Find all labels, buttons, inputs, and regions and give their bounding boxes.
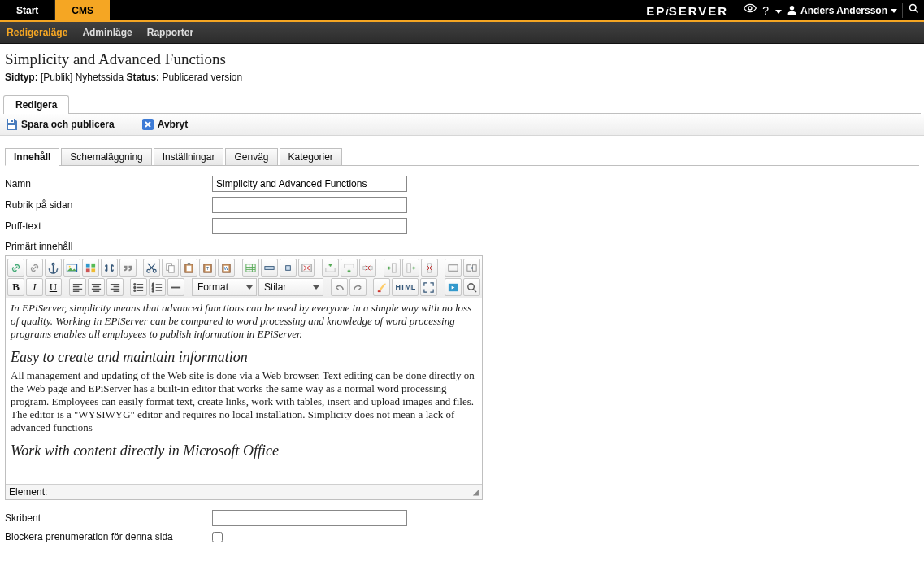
svg-point-14 <box>147 269 150 272</box>
tab-content[interactable]: Innehåll <box>5 148 59 166</box>
row-props-icon[interactable] <box>261 259 278 277</box>
cell-props-icon[interactable] <box>280 259 297 277</box>
list-ul-icon[interactable] <box>130 278 147 296</box>
search-editor-icon[interactable] <box>463 278 480 296</box>
tab-redigera[interactable]: Redigera <box>3 95 69 114</box>
content-tabs: Innehåll Schemaläggning Inställningar Ge… <box>5 147 919 166</box>
media-icon[interactable] <box>445 278 462 296</box>
name-label: Namn <box>5 178 212 190</box>
svg-text:3: 3 <box>152 289 154 293</box>
image-icon[interactable] <box>63 259 80 277</box>
mode-edit[interactable]: Redigeraläge <box>7 27 67 38</box>
editor-textarea[interactable]: In EPiServer, simplicity means that adva… <box>6 298 482 484</box>
heading-label: Rubrik på sidan <box>5 199 212 211</box>
svg-rect-13 <box>91 268 95 272</box>
primary-content-label: Primärt innehåll <box>5 241 919 252</box>
page-header: Simplicity and Advanced Functions Sidtyp… <box>0 44 924 86</box>
writer-input[interactable] <box>212 510 407 526</box>
paste-icon[interactable] <box>180 259 197 277</box>
search-icon[interactable] <box>903 0 924 20</box>
page-meta: Sidtyp: [Publik] Nyhetssida Status: Publ… <box>5 72 919 83</box>
topnav-cms[interactable]: CMS <box>55 0 110 20</box>
tab-scheduling[interactable]: Schemaläggning <box>61 148 151 166</box>
cut-icon[interactable] <box>143 259 160 277</box>
cancel-icon <box>141 118 154 131</box>
link-icon[interactable] <box>7 259 24 277</box>
merge-cells-icon[interactable] <box>463 259 480 277</box>
row-delete-icon[interactable] <box>359 259 376 277</box>
styles-select[interactable]: Stilar <box>258 278 323 296</box>
svg-rect-32 <box>345 264 354 268</box>
underline-icon[interactable]: U <box>45 278 62 296</box>
rich-text-editor: T W B I <box>5 255 483 500</box>
block-sub-label: Blockera prenumeration för denna sida <box>5 531 212 542</box>
brand-logo: EPiSERVER <box>646 0 740 20</box>
list-ol-icon[interactable]: 123 <box>149 278 166 296</box>
hr-icon[interactable] <box>167 278 184 296</box>
svg-rect-11 <box>91 263 95 267</box>
paste-word-icon[interactable]: W <box>218 259 235 277</box>
svg-point-47 <box>468 283 475 290</box>
top-app-bar: Start CMS EPiSERVER ? Anders Andersson <box>0 0 924 22</box>
cancel-button[interactable]: Avbryt <box>141 118 189 131</box>
italic-icon[interactable]: I <box>26 278 43 296</box>
col-delete-icon[interactable] <box>421 259 438 277</box>
resize-handle-icon[interactable]: ◢ <box>473 486 479 498</box>
page-title: Simplicity and Advanced Functions <box>5 50 919 68</box>
align-left-icon[interactable] <box>69 278 86 296</box>
unlink-icon[interactable] <box>26 259 43 277</box>
save-toolbar: Spara och publicera Avbryt <box>0 114 924 136</box>
block-sub-checkbox[interactable] <box>212 532 223 542</box>
anchor-icon[interactable] <box>45 259 62 277</box>
col-before-icon[interactable] <box>384 259 401 277</box>
align-right-icon[interactable] <box>106 278 124 296</box>
svg-rect-35 <box>406 263 410 272</box>
puff-label: Puff-text <box>5 220 212 232</box>
user-menu[interactable]: Anders Andersson <box>783 0 902 20</box>
bold-icon[interactable]: B <box>7 278 24 296</box>
name-input[interactable] <box>212 176 407 192</box>
svg-point-7 <box>52 263 54 265</box>
row-after-icon[interactable] <box>341 259 358 277</box>
mode-admin[interactable]: Adminläge <box>82 27 132 38</box>
code-icon[interactable] <box>101 259 118 277</box>
svg-rect-34 <box>392 263 396 272</box>
tab-categories[interactable]: Kategorier <box>280 148 342 166</box>
clear-format-icon[interactable] <box>373 278 390 296</box>
edit-tab-row: Redigera <box>3 94 921 114</box>
dynamic-content-icon[interactable] <box>82 259 99 277</box>
paste-text-icon[interactable]: T <box>199 259 216 277</box>
svg-point-0 <box>748 7 752 10</box>
save-icon <box>5 118 18 131</box>
svg-rect-5 <box>8 125 15 129</box>
table-insert-icon[interactable] <box>242 259 259 277</box>
heading-input[interactable] <box>212 197 407 213</box>
mode-reports[interactable]: Rapporter <box>147 27 193 38</box>
svg-rect-10 <box>86 263 90 267</box>
align-center-icon[interactable] <box>88 278 105 296</box>
split-cells-icon[interactable] <box>445 259 462 277</box>
svg-text:W: W <box>224 266 229 271</box>
svg-line-2 <box>915 10 917 12</box>
svg-rect-17 <box>169 265 175 272</box>
undo-icon[interactable] <box>331 278 348 296</box>
eye-icon[interactable] <box>740 0 761 20</box>
puff-input[interactable] <box>212 218 407 234</box>
col-after-icon[interactable] <box>402 259 419 277</box>
fullscreen-icon[interactable] <box>420 278 437 296</box>
svg-point-9 <box>69 265 71 267</box>
content-form: Namn Rubrik på sidan Puff-text Primärt i… <box>0 166 924 562</box>
quote-icon[interactable] <box>119 259 137 277</box>
svg-rect-12 <box>86 268 90 272</box>
row-before-icon[interactable] <box>322 259 339 277</box>
redo-icon[interactable] <box>349 278 367 296</box>
tab-shortcut[interactable]: Genväg <box>225 148 277 166</box>
save-publish-button[interactable]: Spara och publicera <box>5 118 115 131</box>
tab-settings[interactable]: Inställningar <box>154 148 224 166</box>
topnav-start[interactable]: Start <box>0 0 55 20</box>
html-source-icon[interactable]: HTML <box>392 278 419 296</box>
table-delete-icon[interactable] <box>298 259 315 277</box>
help-icon[interactable]: ? <box>761 0 783 20</box>
copy-icon[interactable] <box>162 259 179 277</box>
format-select[interactable]: Format <box>192 278 257 296</box>
